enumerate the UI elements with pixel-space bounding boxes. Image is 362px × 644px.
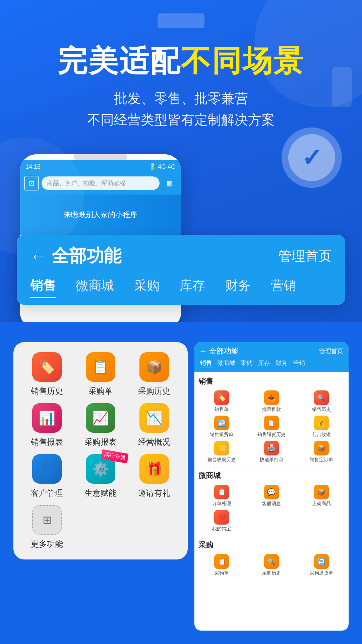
r-my-salebao-icon: ❤️ bbox=[214, 510, 229, 525]
check-circle: ✓ bbox=[282, 127, 342, 188]
status-bar bbox=[158, 13, 204, 28]
purchase-report-icon: 📈 bbox=[86, 403, 115, 433]
right-phone-content: 销售 🏷️ 销售单 📤 批量推款 🔍 销售历史 ↩️ 销售退货单 bbox=[194, 372, 349, 585]
right-mall-grid: 📋 订单处理 💬 客服消息 📦 上架商品 ❤️ 我的销宝 bbox=[198, 485, 345, 532]
customer-manage-icon: 👤 bbox=[32, 454, 62, 484]
phone-notch bbox=[74, 154, 127, 160]
hero-title-yellow: 不同场景 bbox=[181, 44, 304, 77]
right-tab-micro-mall[interactable]: 微商城 bbox=[217, 359, 235, 368]
left-phone-mockup: 🏷️ 销售历史 📋 采购单 📦 采购历史 📊 销售报表 📈 bbox=[13, 342, 188, 559]
purchase-order-icon: 📋 bbox=[86, 352, 115, 382]
more-functions-icon: ⊞ bbox=[32, 505, 62, 535]
hero-title: 完美适配不同场景 bbox=[20, 45, 342, 77]
more-functions-label: 更多功能 bbox=[31, 539, 63, 549]
right-back-icon[interactable]: ← bbox=[200, 347, 207, 356]
right-tab-sales[interactable]: 销售 bbox=[200, 359, 212, 368]
tab-sales[interactable]: 销售 bbox=[30, 277, 56, 298]
tab-purchase[interactable]: 采购 bbox=[134, 277, 160, 298]
right-tab-marketing[interactable]: 营销 bbox=[293, 359, 305, 368]
tab-inventory[interactable]: 库存 bbox=[180, 277, 205, 298]
r-salebao-icon: 📦 bbox=[314, 441, 329, 455]
list-item[interactable]: ↩️ 采购退货单 bbox=[298, 554, 345, 576]
list-item[interactable]: 📦 采购历史 bbox=[131, 352, 178, 396]
list-item[interactable]: 🎁 邀请有礼 bbox=[131, 454, 178, 498]
tab-marketing[interactable]: 营销 bbox=[271, 277, 296, 298]
right-phone-tabs: 销售 微商城 采购 库存 财务 营销 bbox=[200, 359, 343, 368]
business-enable-icon: ⚙️ bbox=[86, 454, 115, 484]
tab-micro-mall[interactable]: 微商城 bbox=[76, 277, 114, 298]
r-list-goods-label: 上架商品 bbox=[312, 501, 331, 506]
r-sales-return-label: 销售退货单 bbox=[210, 432, 233, 437]
right-manage-home-link[interactable]: 管理首页 bbox=[319, 347, 343, 355]
list-item[interactable]: 🏷️ 销售单 bbox=[198, 390, 245, 412]
right-phone-mockup: ← 全部功能 管理首页 销售 微商城 采购 库存 财务 营销 销售 🏷️ 销售单 bbox=[194, 342, 349, 631]
r-cashier-label: 前台收银 bbox=[312, 432, 331, 437]
list-item[interactable]: 📒 前台收银历史 bbox=[198, 441, 245, 463]
r-sales-order-icon: 🏷️ bbox=[214, 390, 229, 405]
sales-report-label: 销售报表 bbox=[31, 437, 63, 447]
r-list-goods-icon: 📦 bbox=[314, 485, 329, 499]
r-cashier-hist-icon: 📒 bbox=[214, 441, 229, 455]
phone-search-input[interactable]: 商品、客户、功能、帮助教程 bbox=[42, 176, 160, 190]
phone-status-bar: 14:18 🔋 4G 4G bbox=[20, 160, 181, 173]
right-section-purchase-title: 采购 bbox=[198, 540, 345, 550]
list-item[interactable]: 📤 批量推款 bbox=[248, 390, 295, 412]
list-item[interactable]: 📦 上架商品 bbox=[298, 485, 345, 506]
r-print-label: 快速单打印 bbox=[260, 457, 283, 463]
r-purchase-order-icon: 📋 bbox=[214, 554, 229, 569]
right-section-sales-title: 销售 bbox=[198, 376, 345, 386]
list-item[interactable]: ⚙️ 生意赋能 bbox=[77, 454, 124, 498]
r-sales-history-label: 销售历史 bbox=[312, 407, 331, 412]
right-tab-purchase[interactable]: 采购 bbox=[241, 359, 253, 368]
business-overview-icon: 📉 bbox=[139, 403, 169, 433]
list-item[interactable]: 👤 客户管理 bbox=[23, 454, 70, 498]
check-mark-icon: ✓ bbox=[302, 146, 322, 170]
manage-home-link[interactable]: 管理首页 bbox=[278, 247, 332, 265]
list-item[interactable]: 🏷️ 销售历史 bbox=[23, 352, 70, 396]
business-overview-label: 经营概况 bbox=[138, 437, 170, 447]
decorative-rect bbox=[332, 67, 352, 107]
list-item[interactable]: 📋 订单处理 bbox=[198, 485, 245, 506]
hero-title-block: 完美适配不同场景 批发、零售、批零兼营 不同经营类型皆有定制解决方案 bbox=[0, 45, 362, 130]
r-sales-return-hist-icon: 📋 bbox=[264, 416, 279, 430]
list-item[interactable]: ❤️ 我的销宝 bbox=[198, 510, 245, 532]
r-sales-return-icon: ↩️ bbox=[214, 416, 229, 430]
right-phone-header: ← 全部功能 管理首页 销售 微商城 采购 库存 财务 营销 bbox=[194, 342, 349, 372]
right-phone-title: ← 全部功能 bbox=[200, 346, 239, 356]
r-purchase-return-icon: ↩️ bbox=[314, 554, 329, 569]
tab-finance[interactable]: 财务 bbox=[225, 277, 251, 298]
r-sales-return-hist-label: 销售退货历史 bbox=[257, 432, 286, 437]
back-arrow-icon[interactable]: ← bbox=[30, 247, 46, 265]
divider2 bbox=[198, 537, 345, 537]
list-item[interactable]: ↩️ 销售退货单 bbox=[198, 416, 245, 437]
right-tab-inventory[interactable]: 库存 bbox=[258, 359, 270, 368]
list-item[interactable]: 📦 销售宝订单 bbox=[298, 441, 345, 463]
function-panel: ← 全部功能 管理首页 销售 微商城 采购 库存 财务 营销 bbox=[17, 235, 345, 305]
business-enable-label: 生意赋能 bbox=[84, 488, 117, 498]
list-item[interactable]: 📋 采购单 bbox=[77, 352, 124, 396]
r-cashier-icon: 💰 bbox=[314, 416, 329, 430]
purchase-history-label: 采购历史 bbox=[138, 386, 170, 396]
bottom-section: 🏷️ 销售历史 📋 采购单 📦 采购历史 📊 销售报表 📈 bbox=[0, 322, 362, 644]
list-item[interactable]: 📊 销售报表 bbox=[23, 403, 70, 447]
function-panel-title: ← 全部功能 bbox=[30, 244, 121, 268]
right-all-functions-label: 全部功能 bbox=[209, 346, 239, 356]
list-item[interactable]: 💬 客服消息 bbox=[248, 485, 295, 506]
list-item[interactable]: 📋 采购单 bbox=[198, 554, 245, 576]
r-purchase-return-label: 采购退货单 bbox=[310, 570, 333, 576]
list-item[interactable]: 📉 经营概况 bbox=[131, 403, 178, 447]
sales-report-icon: 📊 bbox=[32, 403, 62, 433]
list-item[interactable]: 🖨️ 快速单打印 bbox=[248, 441, 295, 463]
list-item[interactable]: 💰 前台收银 bbox=[298, 416, 345, 437]
right-tab-finance[interactable]: 财务 bbox=[276, 359, 288, 368]
list-item[interactable]: 📈 采购报表 bbox=[77, 403, 124, 447]
list-item[interactable]: 🔍 销售历史 bbox=[298, 390, 345, 412]
purchase-history-icon: 📦 bbox=[139, 352, 169, 382]
list-item[interactable]: 🔍 采购历史 bbox=[248, 554, 295, 576]
customer-manage-label: 客户管理 bbox=[31, 488, 63, 498]
list-item[interactable]: 📋 销售退货历史 bbox=[248, 416, 295, 437]
function-panel-title-text: 全部功能 bbox=[52, 244, 121, 268]
list-item[interactable]: ⊞ 更多功能 bbox=[23, 505, 70, 549]
r-purchase-order-label: 采购单 bbox=[215, 570, 229, 576]
invite-gift-icon: 🎁 bbox=[139, 454, 169, 484]
